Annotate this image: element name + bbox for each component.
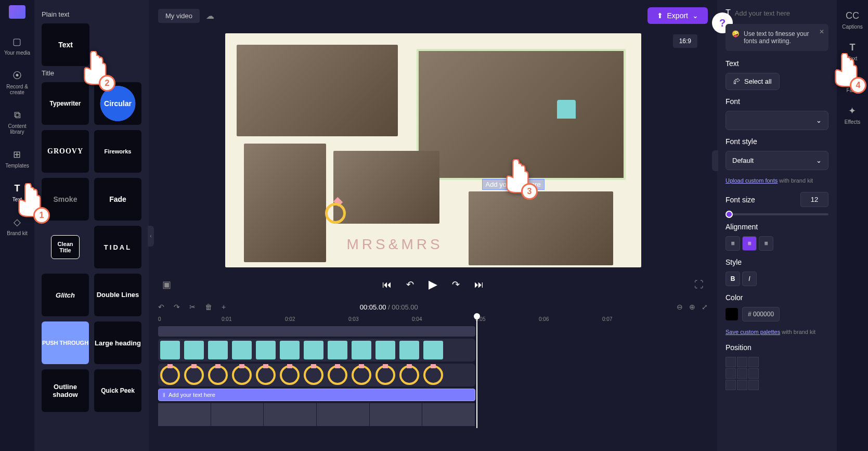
hide-canvas-icon[interactable]: ▣	[162, 279, 171, 290]
plain-text-heading: Plain text	[42, 10, 141, 18]
position-cell-mc[interactable]	[737, 368, 747, 379]
position-cell-tl[interactable]	[726, 357, 736, 367]
canvas-photo-3[interactable]	[244, 144, 326, 262]
color-swatch[interactable]	[726, 308, 738, 320]
undo-button[interactable]: ↶	[158, 303, 164, 311]
rewind-button[interactable]: ↶	[406, 279, 414, 290]
bold-button[interactable]: B	[726, 272, 740, 286]
title-circular[interactable]: Circular	[94, 82, 141, 125]
position-cell-bl[interactable]	[726, 380, 736, 390]
add-button[interactable]: +	[222, 303, 226, 311]
fade-tab[interactable]: ◐ Fade	[846, 73, 859, 93]
title-quick-peek[interactable]: Quick Peek	[94, 369, 141, 412]
color-heading: Color	[726, 293, 828, 302]
emoji-icon: 🤪	[732, 30, 740, 45]
play-button[interactable]: ▶	[429, 278, 437, 291]
position-cell-tr[interactable]	[748, 357, 759, 367]
position-cell-mr[interactable]	[748, 368, 759, 379]
cloud-sync-icon[interactable]: ☁	[206, 11, 214, 21]
plain-text-card[interactable]: Text	[42, 23, 89, 66]
zoom-out-button[interactable]: ⊖	[677, 303, 683, 311]
title-tidal[interactable]: TIDAL	[94, 226, 141, 268]
nav-your-media[interactable]: ▢ Your media	[2, 33, 32, 58]
position-cell-tc[interactable]	[737, 357, 747, 367]
upload-icon: ⬆	[657, 11, 663, 20]
delete-button[interactable]: 🗑	[205, 303, 212, 311]
zoom-in-button[interactable]: ⊕	[689, 303, 695, 311]
ring-sticker[interactable]	[325, 199, 350, 224]
nav-label: Record & create	[2, 84, 32, 95]
video-name-input[interactable]: My video	[158, 9, 200, 23]
title-clean[interactable]: Clean Title	[51, 235, 80, 259]
effects-tab[interactable]: ✦ Effects	[845, 105, 860, 125]
select-all-button[interactable]: ⮳ Select all	[726, 73, 780, 90]
export-button[interactable]: ⬆ Export ⌄	[647, 7, 708, 24]
title-push-through[interactable]: PUSH THROUGH	[42, 321, 89, 364]
rail-label: Fade	[847, 87, 859, 93]
close-tip-button[interactable]: ✕	[819, 28, 824, 35]
text-content-input[interactable]	[735, 9, 828, 17]
app-logo[interactable]	[9, 5, 25, 19]
cake-sticker[interactable]	[557, 100, 576, 119]
align-center-button[interactable]: ≡	[742, 236, 757, 251]
title-double-lines[interactable]: Double Lines	[94, 274, 141, 316]
text-icon: T	[846, 41, 859, 54]
text-tab[interactable]: T Text	[846, 41, 859, 61]
position-cell-br[interactable]	[748, 380, 759, 390]
canvas-photo-1[interactable]	[237, 45, 398, 136]
title-fade[interactable]: Fade	[94, 178, 141, 221]
timeline-ruler[interactable]: 0 0:01 0:02 0:03 0:04 0:05 0:06 0:07	[158, 314, 708, 324]
font-size-input[interactable]	[800, 192, 828, 207]
skip-forward-button[interactable]: ⏭	[474, 279, 484, 290]
effects-icon: ✦	[846, 105, 859, 117]
align-right-button[interactable]: ≡	[759, 236, 773, 251]
nav-record-create[interactable]: ⦿ Record & create	[0, 67, 34, 97]
font-size-slider[interactable]	[726, 213, 828, 215]
fullscreen-button[interactable]: ⛶	[694, 279, 704, 290]
brand-icon: ◇	[11, 216, 23, 228]
expand-properties-button[interactable]	[712, 150, 718, 171]
timeline-audio-track[interactable]	[158, 326, 475, 337]
title-outline-shadow[interactable]: Outline shadow	[42, 369, 89, 412]
position-cell-ml[interactable]	[726, 368, 736, 379]
timeline-video-track[interactable]	[158, 403, 475, 426]
font-family-select[interactable]: ⌄	[726, 111, 828, 130]
title-smoke[interactable]: Smoke	[42, 178, 89, 221]
color-hex-input[interactable]: # 000000	[742, 307, 780, 321]
style-heading: Style	[726, 258, 828, 266]
nav-label: Brand kit	[7, 230, 27, 236]
font-style-select[interactable]: Default ⌄	[726, 151, 828, 170]
canvas-photo-2[interactable]	[417, 49, 626, 180]
nav-brand-kit[interactable]: ◇ Brand kit	[5, 214, 29, 238]
timeline-text-track[interactable]: ⦀ Add your text here	[158, 389, 475, 401]
nav-content-library[interactable]: ⧉ Content library	[0, 107, 34, 137]
canvas-photo-5[interactable]	[469, 191, 613, 265]
nav-label: Text	[12, 197, 22, 202]
fit-button[interactable]: ⤢	[702, 303, 708, 311]
split-button[interactable]: ✂	[189, 303, 196, 311]
timeline-cake-track[interactable]	[158, 339, 475, 362]
font-size-heading: Font size	[726, 196, 755, 204]
redo-button[interactable]: ↷	[174, 303, 180, 311]
skip-back-button[interactable]: ⏮	[382, 279, 392, 290]
nav-templates[interactable]: ⊞ Templates	[3, 146, 31, 171]
title-large-heading[interactable]: Large heading	[94, 321, 141, 364]
title-typewriter[interactable]: Typewriter	[42, 82, 89, 125]
title-glitch[interactable]: Glitch	[42, 274, 89, 316]
canvas-text-element[interactable]: Add your text here	[482, 179, 545, 190]
forward-button[interactable]: ↷	[452, 279, 460, 290]
timeline-ring-track[interactable]	[158, 364, 475, 386]
title-groovy[interactable]: GROOVY	[42, 130, 89, 173]
position-cell-bc[interactable]	[737, 380, 747, 390]
upload-fonts-link[interactable]: Upload custom fonts	[726, 177, 778, 184]
fade-icon: ◐	[846, 73, 859, 85]
timeline-playhead[interactable]	[476, 314, 477, 428]
save-palettes-link[interactable]: Save custom palettes	[726, 329, 780, 335]
nav-text[interactable]: T Text	[9, 180, 25, 204]
canvas-mrs-text[interactable]: MRS&MRS	[347, 236, 443, 253]
align-left-button[interactable]: ≡	[726, 236, 740, 251]
italic-button[interactable]: I	[742, 272, 757, 286]
video-canvas[interactable]: MRS&MRS Add your text here	[225, 33, 641, 267]
captions-tab[interactable]: CC Captions	[842, 9, 862, 30]
title-fireworks[interactable]: Fireworks	[94, 130, 141, 173]
